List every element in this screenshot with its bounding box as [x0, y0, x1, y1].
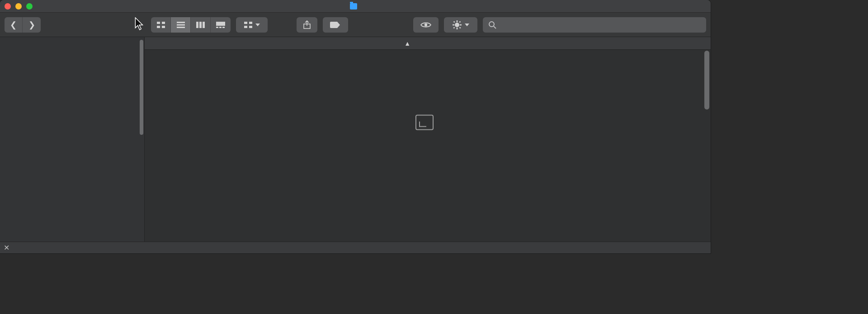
- column-headers: ▲: [145, 37, 711, 50]
- svg-rect-23: [453, 24, 454, 25]
- svg-rect-12: [219, 27, 222, 28]
- forward-button[interactable]: ❯: [23, 17, 41, 33]
- finder-window: ❮ ❯: [0, 0, 711, 253]
- svg-point-19: [425, 23, 427, 26]
- column-header-name[interactable]: ▲: [145, 40, 416, 47]
- svg-rect-6: [177, 27, 185, 28]
- svg-rect-4: [177, 22, 185, 23]
- svg-rect-2: [157, 26, 160, 28]
- svg-rect-8: [199, 22, 202, 28]
- svg-rect-0: [157, 22, 160, 24]
- svg-rect-21: [457, 20, 458, 22]
- status-bar: ✕: [0, 242, 711, 253]
- svg-rect-10: [216, 22, 225, 26]
- body: ▲: [0, 37, 711, 242]
- svg-rect-1: [162, 22, 165, 24]
- svg-rect-7: [196, 22, 198, 28]
- svg-rect-27: [453, 27, 455, 29]
- svg-rect-28: [459, 21, 461, 23]
- search-input[interactable]: [500, 20, 701, 29]
- sidebar: [0, 37, 145, 242]
- view-mode-segmented: [151, 17, 231, 33]
- sidebar-scrollbar[interactable]: [140, 40, 143, 135]
- toolbar: ❮ ❯: [0, 13, 711, 37]
- svg-rect-16: [244, 26, 247, 28]
- list-scrollbar[interactable]: [704, 51, 709, 109]
- svg-rect-22: [457, 28, 458, 29]
- action-menu-button[interactable]: [444, 17, 477, 33]
- svg-point-20: [455, 23, 459, 27]
- svg-rect-5: [177, 24, 185, 25]
- svg-rect-11: [216, 27, 218, 28]
- gallery-view-button[interactable]: [211, 17, 231, 33]
- column-view-button[interactable]: [191, 17, 211, 33]
- svg-line-30: [494, 26, 496, 29]
- chevron-down-icon: [255, 23, 260, 27]
- group-by-button[interactable]: [236, 17, 268, 33]
- svg-rect-3: [162, 26, 165, 28]
- folder-icon: [350, 3, 357, 10]
- window-title: [0, 3, 711, 10]
- file-list: ▲: [145, 37, 711, 242]
- tags-button[interactable]: [323, 17, 348, 33]
- svg-rect-15: [249, 22, 252, 24]
- svg-rect-13: [222, 27, 225, 28]
- path-bar-close-icon[interactable]: ✕: [4, 243, 9, 252]
- svg-rect-25: [453, 21, 455, 23]
- watermark: [415, 115, 440, 130]
- icon-view-button[interactable]: [151, 17, 171, 33]
- watermark-logo-icon: [415, 115, 434, 130]
- sort-ascending-icon: ▲: [404, 40, 410, 47]
- svg-point-29: [489, 22, 494, 27]
- svg-rect-24: [460, 24, 462, 25]
- search-field[interactable]: [483, 17, 706, 33]
- quicklook-button[interactable]: [413, 17, 439, 33]
- svg-rect-14: [244, 22, 247, 24]
- svg-rect-17: [249, 26, 252, 28]
- list-view-button[interactable]: [171, 17, 191, 33]
- search-icon: [488, 21, 496, 29]
- chevron-down-icon: [465, 23, 469, 27]
- share-button[interactable]: [297, 17, 317, 33]
- titlebar: [0, 0, 711, 13]
- svg-rect-26: [459, 27, 461, 29]
- svg-rect-9: [203, 22, 205, 28]
- back-button[interactable]: ❮: [5, 17, 23, 33]
- nav-back-forward: ❮ ❯: [5, 17, 41, 33]
